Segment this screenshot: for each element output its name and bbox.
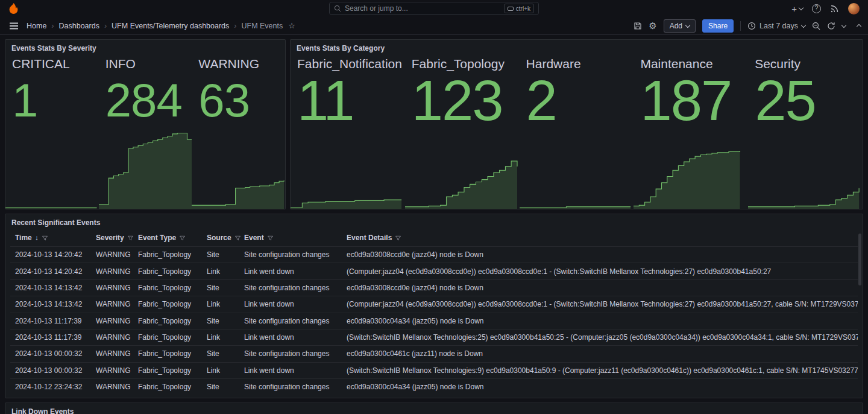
add-button-label: Add [670,22,682,30]
sort-desc-icon[interactable]: ↓ [35,234,39,242]
col-header-event[interactable]: Event [239,230,342,247]
event-cell: Site [202,247,239,263]
zoom-out-icon[interactable] [812,22,820,30]
event-cell: Site [202,279,239,296]
time-range-picker[interactable]: Last 7 days [747,22,805,30]
col-label: Time [15,234,32,242]
clock-icon [747,22,756,30]
event-cell: WARNING [91,329,133,345]
panel-events-by-category: Events Stats By Category Fabric_Notifica… [290,39,863,209]
event-cell: 2024-10-13 00:00:32 [10,346,91,362]
chevron-down-icon [799,5,804,10]
event-cell: Fabric_Topology [133,313,202,329]
help-icon[interactable]: ? [812,4,821,13]
chevron-down-icon [801,22,806,27]
panel-title[interactable]: Link Down Events [5,403,863,414]
event-cell: 2024-10-13 11:17:39 [10,329,91,345]
event-cell: Fabric_Topology [133,279,202,296]
event-cell: WARNING [91,279,133,296]
menu-toggle[interactable] [7,19,20,33]
event-cell: Link [202,329,239,345]
add-button[interactable]: Add [664,19,696,33]
dashboard-nav-bar: Home › Dashboards › UFM Events/Telemetry… [0,17,868,35]
event-row: 2024-10-13 11:17:39WARNINGFabric_Topolog… [10,329,858,345]
panel-title[interactable]: Events Stats By Category [291,40,863,54]
filter-icon[interactable] [42,235,48,241]
event-row: 2024-10-13 00:00:32WARNINGFabric_Topolog… [10,346,858,362]
table-header-row: Time ↓ Severity Event Type [10,230,858,247]
panel-link-down-events: Link Down Events [5,403,863,414]
event-cell: Link [202,362,239,378]
filter-icon[interactable] [127,235,134,241]
stat-value: 187 [640,74,741,127]
new-menu-button[interactable]: + [791,4,803,13]
col-header-time[interactable]: Time ↓ [10,230,91,247]
event-cell: Fabric_Topology [133,296,202,313]
event-cell: WARNING [91,263,133,279]
col-label: Event Details [347,234,392,242]
event-row: 2024-10-12 23:24:32WARNINGFabric_Topolog… [10,379,858,395]
event-row: 2024-10-13 14:20:42WARNINGFabric_Topolog… [10,263,858,279]
user-avatar[interactable] [848,3,860,14]
filter-icon[interactable] [234,235,241,241]
hamburger-icon [10,25,18,27]
stat-sparkline [99,132,192,209]
dashboard-settings-icon[interactable]: ⚙ [649,21,656,30]
favorite-star-icon[interactable]: ☆ [288,21,295,30]
refresh-icon[interactable] [827,22,835,30]
stat-fabric_topology: Fabric_Topology123 [405,54,520,209]
toolbar-divider [740,21,741,31]
chevron-right-icon: › [234,22,236,30]
stat-label: CRITICAL [12,56,92,72]
col-label: Source [207,234,231,242]
event-cell: (Switch:SwitchIB Mellanox Technologies:2… [342,329,858,345]
refresh-interval-dropdown[interactable] [841,22,846,27]
stat-sparkline [634,132,748,209]
stat-value: 63 [198,78,278,123]
col-header-event-type[interactable]: Event Type [133,230,202,247]
search-input[interactable] [345,4,500,13]
panel-title[interactable]: Recent Significant Events [5,214,863,228]
chevron-down-icon [685,22,690,27]
news-icon[interactable] [830,4,839,13]
breadcrumb-home[interactable]: Home [27,22,46,30]
stat-value: 1 [12,78,92,123]
save-dashboard-icon[interactable] [634,22,642,30]
table-scrollbar[interactable] [858,234,861,285]
events-table: Time ↓ Severity Event Type [5,228,863,398]
col-label: Severity [96,234,124,242]
event-cell: ec0d9a0300c0461c (jazz11) node is Down [342,346,858,362]
event-cell: Fabric_Topology [133,329,202,345]
col-header-source[interactable]: Source [202,230,239,247]
filter-icon[interactable] [179,235,186,241]
category-stats: Fabric_Notification11Fabric_Topology123H… [291,54,863,209]
filter-icon[interactable] [395,235,401,241]
share-button[interactable]: Share [702,19,734,33]
plus-icon: + [791,4,797,13]
event-cell: 2024-10-13 14:20:42 [10,247,91,263]
stat-label: WARNING [198,56,278,72]
collapse-toolbar-icon[interactable] [857,24,861,29]
event-cell: 2024-10-13 14:13:42 [10,279,91,296]
breadcrumb-dashboards[interactable]: Dashboards [59,22,99,30]
grafana-logo[interactable] [8,3,19,14]
search-bar[interactable]: ctrl+k [329,2,539,15]
event-cell: Site configuration changes [239,247,342,263]
event-cell: ec0d9a03008ccd0e (jazz04) node is Down [342,279,858,296]
stat-sparkline [520,132,634,209]
filter-icon[interactable] [267,235,274,241]
event-cell: ec0d9a0300c04a34 (jazz05) node is Down [342,313,858,329]
event-cell: Link [202,263,239,279]
panel-title[interactable]: Events Stats By Severity [5,40,285,54]
col-header-severity[interactable]: Severity [91,230,133,247]
event-cell: ec0d9a0300c04a34 (jazz05) node is Down [342,379,858,395]
event-cell: Site configuration changes [239,379,342,395]
event-cell: Link went down [239,263,342,279]
top-bar: ctrl+k + ? [0,0,868,17]
stat-value: 25 [755,74,856,127]
stat-hardware: Hardware2 [520,54,634,209]
breadcrumb-folder[interactable]: UFM Events/Telemetry dashboards [112,22,229,30]
col-header-event-details[interactable]: Event Details [342,230,858,247]
dashboard-toolbar: ⚙ Add Share Last 7 days [634,19,861,33]
stat-maintenance: Maintenance187 [634,54,748,209]
